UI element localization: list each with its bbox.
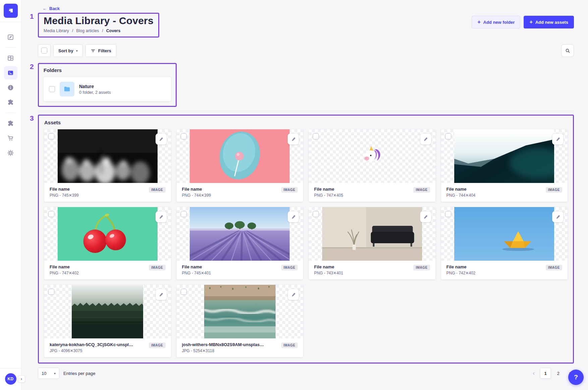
asset-checkbox[interactable] — [445, 211, 451, 217]
asset-type-badge: IMAGE — [413, 187, 430, 193]
breadcrumb-item[interactable]: Media Library — [44, 28, 69, 33]
sidebar: KD — [0, 0, 21, 390]
help-button[interactable]: ? — [568, 370, 584, 385]
edit-asset-button[interactable] — [288, 211, 299, 222]
page-1-button[interactable]: 1 — [540, 368, 550, 378]
asset-file-name: File name — [447, 187, 476, 192]
asset-checkbox[interactable] — [313, 133, 319, 139]
edit-asset-button[interactable] — [156, 211, 167, 222]
asset-card[interactable]: josh-withers-MBNx8O2S9AM-unsplash.jpg JP… — [177, 285, 303, 357]
asset-file-name: File name — [314, 187, 343, 192]
assets-grid: File name PNG - 745✕399 IMAGE File name … — [44, 129, 568, 357]
sidebar-collapse-button[interactable]: › — [18, 375, 25, 383]
asset-checkbox[interactable] — [313, 211, 319, 217]
asset-checkbox[interactable] — [48, 289, 54, 295]
add-new-folder-button[interactable]: + Add new folder — [472, 16, 520, 28]
pencil-icon — [291, 137, 296, 142]
asset-type-badge: IMAGE — [546, 187, 562, 193]
edit-asset-button[interactable] — [420, 211, 431, 222]
asset-file-name: File name — [314, 264, 343, 269]
asset-file-meta: PNG - 744✕404 — [447, 193, 476, 198]
asset-thumbnail — [441, 207, 568, 261]
filters-button[interactable]: Filters — [85, 44, 116, 57]
asset-type-badge: IMAGE — [281, 187, 298, 193]
sidebar-item-media-library[interactable] — [4, 66, 17, 79]
sidebar-divider — [6, 113, 16, 113]
asset-checkbox[interactable] — [48, 133, 54, 139]
sidebar-item-documentation[interactable] — [4, 81, 17, 94]
pencil-icon — [159, 292, 164, 297]
asset-thumbnail — [44, 207, 171, 261]
asset-file-name: File name — [50, 187, 79, 192]
asset-checkbox[interactable] — [445, 133, 451, 139]
asset-card[interactable]: File name PNG - 744✕399 IMAGE — [177, 129, 303, 202]
edit-icon — [7, 34, 14, 41]
pencil-icon — [555, 137, 561, 142]
sidebar-divider — [0, 22, 21, 22]
strapi-logo[interactable] — [4, 4, 18, 18]
asset-card[interactable]: kateryna-kokhan-5CQ_3CjSGKc-unsplash.jpg… — [44, 285, 171, 357]
puzzle-icon — [7, 99, 14, 106]
sidebar-divider — [0, 368, 21, 369]
band-concert-photo — [58, 129, 158, 183]
annotation-number-1: 1 — [30, 12, 34, 20]
edit-asset-button[interactable] — [552, 211, 564, 222]
folder-icon-tile — [60, 82, 74, 96]
back-link[interactable]: ← Back — [43, 6, 60, 11]
asset-checkbox[interactable] — [48, 211, 54, 217]
asset-checkbox[interactable] — [181, 289, 187, 295]
asset-thumbnail — [44, 129, 171, 183]
plus-icon: + — [477, 19, 480, 25]
layout-grid-icon — [7, 55, 14, 62]
asset-card[interactable]: File name PNG - 744✕404 IMAGE — [441, 129, 568, 202]
select-all-checkbox[interactable] — [41, 48, 47, 54]
foggy-forest-lake-photo — [72, 285, 143, 338]
edit-asset-button[interactable] — [156, 289, 167, 300]
edit-asset-button[interactable] — [420, 133, 431, 145]
asset-file-name: File name — [447, 264, 476, 269]
previous-page-button[interactable]: ‹ — [530, 370, 538, 377]
add-new-assets-button[interactable]: + Add new assets — [524, 16, 574, 28]
folder-card[interactable]: Nature 0 folder, 2 assets — [44, 77, 171, 101]
aerial-beach-photo — [204, 285, 276, 338]
edit-asset-button[interactable] — [156, 133, 167, 145]
asset-card[interactable]: File name PNG - 747✕405 IMAGE — [309, 129, 435, 202]
asset-checkbox[interactable] — [181, 133, 187, 139]
sidebar-item-settings[interactable] — [4, 146, 17, 159]
folder-meta: 0 folder, 2 assets — [79, 90, 111, 95]
avatar[interactable]: KD — [5, 373, 16, 385]
asset-card[interactable]: File name PNG - 745✕399 IMAGE — [44, 129, 171, 202]
section-divider — [38, 111, 574, 111]
folder-icon — [63, 85, 71, 93]
filter-icon — [91, 48, 96, 53]
asset-thumbnail — [309, 207, 435, 261]
asset-card[interactable]: File name PNG - 747✕402 IMAGE — [44, 207, 171, 279]
folder-checkbox[interactable] — [49, 86, 55, 92]
asset-card[interactable]: File name PNG - 742✕402 IMAGE — [441, 207, 568, 279]
edit-asset-button[interactable] — [552, 133, 564, 145]
pencil-icon — [555, 214, 561, 219]
asset-checkbox[interactable] — [181, 211, 187, 217]
asset-thumbnail — [177, 285, 303, 338]
entries-per-page-select[interactable]: 10 ▾ — [38, 368, 59, 379]
asset-type-badge: IMAGE — [149, 342, 165, 348]
sidebar-item-marketplace[interactable] — [4, 117, 17, 130]
edit-asset-button[interactable] — [288, 289, 299, 300]
sidebar-item-content-manager[interactable] — [4, 30, 17, 44]
asset-card[interactable]: File name PNG - 745✕401 IMAGE — [177, 207, 303, 279]
asset-thumbnail — [177, 207, 303, 261]
pencil-icon — [159, 137, 164, 142]
sidebar-item-plugins[interactable] — [4, 95, 17, 109]
breadcrumb-separator: / — [102, 28, 103, 33]
edit-asset-button[interactable] — [288, 133, 299, 145]
plus-icon: + — [529, 19, 532, 25]
page-2-button[interactable]: 2 — [553, 368, 563, 378]
search-button[interactable] — [561, 44, 574, 57]
breadcrumb-item[interactable]: Blog articles — [76, 28, 99, 33]
entries-per-page-label: Entries per page — [63, 371, 95, 376]
sidebar-item-purchase[interactable] — [4, 131, 17, 145]
asset-card[interactable]: File name PNG - 743✕401 IMAGE — [309, 207, 435, 279]
sidebar-item-content-type-builder[interactable] — [4, 51, 17, 65]
sort-by-button[interactable]: Sort by ▾ — [53, 44, 83, 57]
asset-file-name: File name — [50, 264, 79, 269]
